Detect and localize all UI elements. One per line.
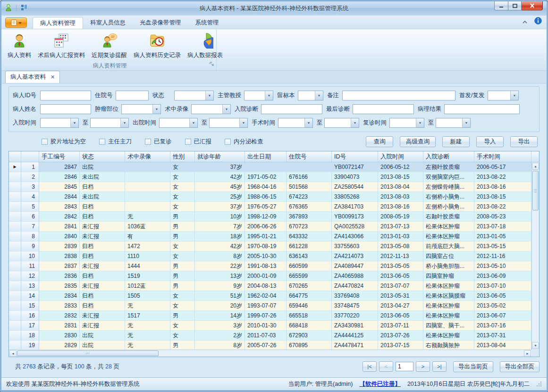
checkbox-chief-surgeon[interactable]: 主任主刀 [99, 138, 132, 146]
postop-report-data-button[interactable]: 术后病人汇报资料 [34, 31, 88, 60]
horizontal-scroll-thumb[interactable] [17, 350, 159, 356]
resize-grip-icon[interactable] [536, 381, 542, 387]
table-row[interactable]: 22846未出院女42岁1971-05-02676166339040732013… [9, 172, 531, 182]
patient-id-input[interactable] [40, 91, 91, 100]
endocrine-check-checkbox[interactable] [225, 139, 231, 145]
table-row[interactable]: 172831未汇报无女3岁2010-01-30668418ZA343098120… [9, 321, 531, 331]
scroll-up-icon[interactable] [532, 163, 539, 170]
admit-time-to-combo[interactable] [90, 118, 129, 128]
column-header[interactable]: ID号 [332, 151, 378, 162]
patient-data-button[interactable]: 病人资料 [4, 31, 34, 60]
export-current-page-button[interactable]: 导出当前页 [453, 361, 493, 372]
specimen-kept-combo[interactable] [298, 91, 323, 100]
ribbon-tab-patient-data-management[interactable]: 病人资料管理 [33, 17, 83, 29]
final-diagnosis-input[interactable] [353, 104, 414, 114]
revisit-reminder-button[interactable]: 近期复诊提醒 [88, 31, 130, 60]
revisit-time-from-combo[interactable] [389, 118, 424, 128]
first-or-recur-combo[interactable] [488, 91, 519, 100]
reported-checkbox[interactable] [185, 139, 191, 145]
table-row[interactable]: 92839归档1472女42岁1970-08-19661228337556032… [9, 242, 531, 251]
revisited-checkbox[interactable] [145, 139, 151, 145]
checkbox-reported[interactable]: 已汇报 [185, 138, 212, 146]
close-button[interactable] [522, 1, 543, 10]
ribbon-tab-department-staff-info[interactable]: 科室人员信息 [83, 17, 133, 29]
chevron-down-icon[interactable] [189, 118, 197, 127]
close-tab-icon[interactable] [51, 74, 55, 80]
table-row[interactable]: 102838归档1110女8岁2005-10-30636143ZA4214073… [9, 251, 531, 261]
horizontal-scrollbar[interactable] [9, 350, 531, 357]
column-header[interactable]: 就诊年龄 [195, 151, 245, 162]
chevron-down-icon[interactable] [304, 118, 312, 127]
query-button[interactable]: 查询 [366, 136, 393, 147]
export-button[interactable]: 导出 [510, 136, 538, 147]
last-page-button[interactable]: >| [432, 361, 447, 372]
column-header[interactable]: 入院时间 [378, 151, 423, 162]
column-header[interactable]: 状态 [80, 151, 125, 162]
table-row[interactable]: 142834归档1505女51岁1962-02-0466477533769408… [9, 291, 531, 301]
status-combo[interactable] [174, 91, 214, 100]
table-row[interactable]: 122836归档1519男13岁2000-01-09665599ZA406598… [9, 271, 531, 281]
chevron-down-icon[interactable] [315, 91, 323, 100]
ribbon-tab-disc-tape-management[interactable]: 光盘录像带管理 [133, 17, 188, 29]
vertical-scroll-thumb[interactable] [532, 171, 539, 210]
table-row[interactable]: 192829出院无男8岁2005-07-26670895ZA4478471201… [9, 341, 531, 350]
table-row[interactable]: 72841未汇报1036蓝男7岁2006-06-26670723QA002552… [9, 222, 531, 232]
import-button[interactable]: 导入 [476, 136, 504, 147]
new-button[interactable]: 新建 [442, 136, 470, 147]
collapse-ribbon-icon[interactable] [522, 17, 528, 26]
app-menu-button[interactable] [5, 17, 27, 28]
discharge-time-to-combo[interactable] [209, 118, 248, 128]
checkbox-endocrine-check[interactable]: 内分泌检查 [225, 138, 263, 146]
column-header[interactable]: 入院诊断 [423, 151, 474, 162]
chevron-down-icon[interactable] [462, 118, 470, 127]
table-row[interactable]: 162832未汇报1517男14岁1999-07-266655183377022… [9, 311, 531, 321]
dialog-launcher-icon[interactable] [210, 60, 214, 69]
table-row[interactable]: 182830出院无女2岁2011-07-03672903ZA4444125201… [9, 331, 531, 341]
chevron-down-icon[interactable] [239, 118, 247, 127]
scroll-down-icon[interactable] [532, 342, 539, 349]
prev-page-button[interactable]: < [379, 361, 393, 372]
film-address-empty-checkbox[interactable] [42, 139, 48, 145]
surgery-time-from-combo[interactable] [278, 118, 313, 128]
export-all-pages-button[interactable]: 导出全部页 [500, 361, 540, 372]
table-row[interactable]: ▶12847出院女37岁YB00721472006-05-12左额叶胶质瘤200… [9, 162, 531, 172]
chevron-down-icon[interactable] [265, 91, 273, 100]
column-header[interactable]: 手术时间 [474, 151, 531, 162]
admit-time-from-combo[interactable] [40, 118, 79, 128]
checkbox-film-address-empty[interactable]: 胶片地址为空 [42, 138, 86, 146]
tab-patient-basic-data[interactable]: 病人基本资料 [5, 71, 60, 83]
chevron-down-icon[interactable] [205, 91, 213, 100]
table-row[interactable]: 112837未汇报1444男22岁1991-08-13660599ZA40894… [9, 261, 531, 271]
chevron-down-icon[interactable] [416, 118, 424, 127]
chevron-down-icon[interactable] [222, 105, 230, 114]
chevron-down-icon[interactable] [70, 118, 78, 127]
pathology-result-input[interactable] [444, 104, 520, 114]
table-row[interactable]: 32845归档女45岁1968-04-16501568ZA25805442013… [9, 182, 531, 192]
table-row[interactable]: 152833归档无女20岁1993-07-0765944633748475201… [9, 301, 531, 311]
chief-surgeon-checkbox[interactable] [99, 139, 105, 145]
column-header[interactable]: 手工编号 [39, 151, 80, 162]
column-header[interactable]: 术中录像 [125, 151, 170, 162]
column-header[interactable]: 性别 [170, 151, 195, 162]
table-row[interactable]: 42844未出院女25岁1988-06-15674223338052682013… [9, 192, 531, 202]
advanced-query-button[interactable]: 高级查询 [400, 136, 436, 147]
column-header[interactable]: 住院号 [287, 151, 332, 162]
checkbox-revisited[interactable]: 已复诊 [145, 138, 172, 146]
chief-professor-combo[interactable] [244, 91, 273, 100]
chevron-down-icon[interactable] [351, 118, 359, 127]
page-number-input[interactable] [396, 362, 413, 371]
revisit-time-to-combo[interactable] [436, 118, 471, 128]
chevron-down-icon[interactable] [510, 91, 518, 100]
patient-report-button[interactable]: 病人数据报表 [184, 31, 226, 60]
surgery-video-combo[interactable] [191, 104, 231, 114]
surgery-time-to-combo[interactable] [324, 118, 359, 128]
discharge-time-from-combo[interactable] [159, 118, 198, 128]
tumor-site-combo[interactable] [121, 104, 161, 114]
minimize-button[interactable] [494, 1, 508, 10]
maximize-button[interactable] [508, 1, 522, 10]
remark-input[interactable] [342, 91, 455, 100]
next-page-button[interactable]: > [416, 361, 430, 372]
table-row[interactable]: 82840未汇报有男18岁1995-01-21643332ZA414306620… [9, 232, 531, 242]
table-row[interactable]: 52843归档女37岁1976-05-27676365ZA38417032013… [9, 202, 531, 212]
vertical-scrollbar[interactable] [531, 162, 539, 350]
